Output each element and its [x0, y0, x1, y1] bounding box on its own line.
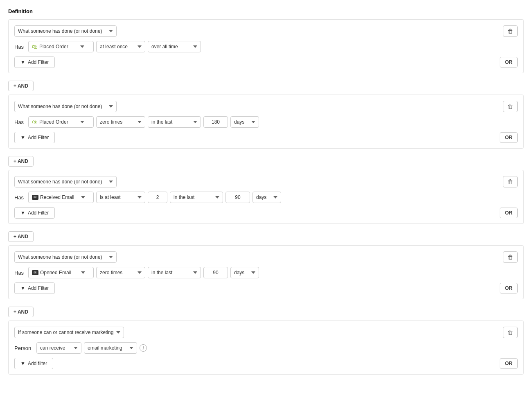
frequency-dropdown-4[interactable]: zero times: [96, 267, 145, 278]
email-icon-3: ✉: [32, 195, 38, 200]
main-dropdown-4[interactable]: What someone has done (or not done): [14, 251, 117, 263]
condition-row-5: Person can receive email marketing i: [14, 342, 518, 354]
unit-dropdown-4[interactable]: days: [230, 267, 259, 278]
event-wrapper-4: ✉ Opened Email: [28, 267, 94, 278]
shopify-icon-2: 🛍: [32, 119, 38, 125]
and-connector-3[interactable]: + AND: [8, 231, 34, 242]
add-filter-button-3[interactable]: ▼ Add Filter: [14, 207, 55, 219]
condition-block-4: What someone has done (or not done) 🗑 Ha…: [8, 245, 524, 299]
filter-icon-3: ▼: [20, 210, 25, 216]
and-connector-4[interactable]: + AND: [8, 307, 34, 317]
condition-row-1: Has 🛍 Placed Order at least once over al…: [14, 41, 518, 52]
condition-header-3: What someone has done (or not done) 🗑: [14, 176, 518, 187]
event-dropdown-2[interactable]: Placed Order: [38, 117, 87, 127]
receive-dropdown-5[interactable]: can receive: [36, 342, 81, 354]
event-wrapper-1: 🛍 Placed Order: [28, 41, 94, 52]
add-filter-button-4[interactable]: ▼ Add Filter: [14, 282, 55, 294]
condition-header-5: If someone can or cannot receive marketi…: [14, 327, 518, 338]
add-filter-button-2[interactable]: ▼ Add Filter: [14, 132, 55, 143]
delete-button-2[interactable]: 🗑: [503, 101, 518, 112]
condition-block-2: What someone has done (or not done) 🗑 Ha…: [8, 95, 524, 149]
frequency-dropdown-3[interactable]: is at least: [96, 192, 145, 203]
condition-block-5: If someone can or cannot receive marketi…: [8, 321, 524, 375]
and-connector-2[interactable]: + AND: [8, 156, 34, 167]
delete-button-4[interactable]: 🗑: [503, 251, 518, 263]
email-icon-4: ✉: [32, 270, 38, 275]
condition-header-2: What someone has done (or not done) 🗑: [14, 101, 518, 112]
delete-button-1[interactable]: 🗑: [503, 25, 518, 37]
add-filter-button-1[interactable]: ▼ Add Filter: [14, 56, 55, 68]
frequency-dropdown-2[interactable]: zero times: [96, 116, 145, 128]
definition-section: Definition What someone has done (or not…: [8, 8, 524, 375]
filter-icon-5: ▼: [20, 361, 25, 366]
page-title: Definition: [8, 8, 524, 14]
unit-dropdown-3[interactable]: days: [252, 192, 281, 203]
frequency-dropdown-1[interactable]: at least once: [96, 41, 145, 52]
condition-header-1: What someone has done (or not done) 🗑: [14, 25, 518, 37]
and-connector-1[interactable]: + AND: [8, 81, 34, 91]
trash-icon-3: 🗑: [507, 178, 513, 185]
has-label-1: Has: [14, 44, 26, 50]
time-dropdown-4[interactable]: in the last: [148, 267, 201, 278]
has-label-2: Has: [14, 119, 26, 125]
add-filter-label-2: Add Filter: [28, 135, 49, 140]
or-button-4[interactable]: OR: [500, 283, 518, 294]
footer-row-5: ▼ Add filter OR: [14, 358, 518, 369]
has-label-4: Has: [14, 270, 26, 276]
or-button-3[interactable]: OR: [500, 208, 518, 218]
add-filter-label-5: Add filter: [28, 361, 47, 366]
unit-dropdown-2[interactable]: days: [230, 116, 259, 128]
or-button-5[interactable]: OR: [500, 358, 518, 369]
number-input-2[interactable]: [203, 116, 228, 128]
info-icon-5[interactable]: i: [140, 344, 147, 352]
event-dropdown-3[interactable]: Received Email: [38, 192, 88, 203]
event-dropdown-4[interactable]: Opened Email: [38, 267, 88, 278]
condition-row-3: Has ✉ Received Email is at least in the …: [14, 192, 518, 203]
time-dropdown-3[interactable]: in the last: [170, 192, 223, 203]
add-filter-button-5[interactable]: ▼ Add filter: [14, 358, 53, 369]
count-input-3[interactable]: [148, 192, 167, 203]
condition-block-1: What someone has done (or not done) 🗑 Ha…: [8, 19, 524, 73]
time-dropdown-2[interactable]: in the last: [148, 116, 201, 128]
footer-row-4: ▼ Add Filter OR: [14, 282, 518, 294]
or-button-2[interactable]: OR: [500, 132, 518, 143]
number-input-3[interactable]: [225, 192, 250, 203]
trash-icon-1: 🗑: [507, 28, 513, 34]
main-dropdown-2[interactable]: What someone has done (or not done): [14, 101, 117, 112]
delete-button-5[interactable]: 🗑: [503, 327, 518, 338]
trash-icon-4: 🗑: [507, 254, 513, 260]
main-dropdown-1[interactable]: What someone has done (or not done): [14, 25, 117, 37]
condition-row-4: Has ✉ Opened Email zero times in the las…: [14, 267, 518, 278]
event-dropdown-1[interactable]: Placed Order: [38, 41, 87, 52]
footer-row-3: ▼ Add Filter OR: [14, 207, 518, 219]
trash-icon-2: 🗑: [507, 103, 513, 110]
main-dropdown-5[interactable]: If someone can or cannot receive marketi…: [14, 327, 124, 338]
main-dropdown-3[interactable]: What someone has done (or not done): [14, 176, 117, 187]
add-filter-label-1: Add Filter: [28, 59, 49, 65]
marketing-dropdown-5[interactable]: email marketing: [84, 342, 137, 354]
trash-icon-5: 🗑: [507, 329, 513, 336]
condition-block-3: What someone has done (or not done) 🗑 Ha…: [8, 170, 524, 224]
shopify-icon-1: 🛍: [32, 43, 38, 50]
event-wrapper-3: ✉ Received Email: [28, 192, 94, 203]
footer-row-2: ▼ Add Filter OR: [14, 132, 518, 143]
condition-header-4: What someone has done (or not done) 🗑: [14, 251, 518, 263]
event-wrapper-2: 🛍 Placed Order: [28, 116, 94, 128]
footer-row-1: ▼ Add Filter OR: [14, 56, 518, 68]
time-dropdown-1[interactable]: over all time: [148, 41, 201, 52]
filter-icon-4: ▼: [20, 285, 25, 291]
has-label-3: Has: [14, 194, 26, 201]
condition-row-2: Has 🛍 Placed Order zero times in the las…: [14, 116, 518, 128]
filter-icon-2: ▼: [20, 135, 25, 140]
filter-icon-1: ▼: [20, 59, 25, 65]
delete-button-3[interactable]: 🗑: [503, 176, 518, 187]
add-filter-label-4: Add Filter: [28, 285, 49, 291]
or-button-1[interactable]: OR: [500, 57, 518, 68]
number-input-4[interactable]: [203, 267, 228, 278]
add-filter-label-3: Add Filter: [28, 210, 49, 216]
person-label-5: Person: [14, 345, 34, 351]
